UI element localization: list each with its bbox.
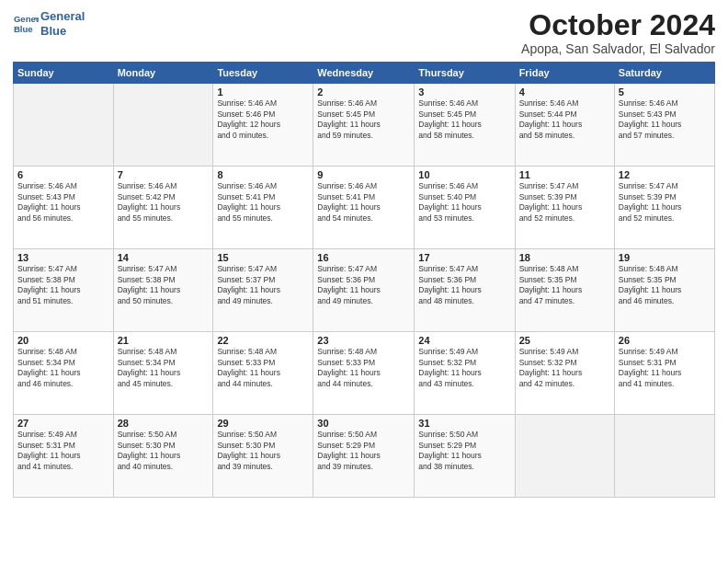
day-info: Sunrise: 5:46 AM Sunset: 5:41 PM Dayligh… bbox=[217, 181, 309, 224]
day-number: 25 bbox=[519, 335, 610, 346]
day-number: 11 bbox=[519, 169, 610, 180]
day-info: Sunrise: 5:47 AM Sunset: 5:39 PM Dayligh… bbox=[619, 181, 711, 224]
day-number: 8 bbox=[217, 169, 309, 180]
day-info: Sunrise: 5:46 AM Sunset: 5:45 PM Dayligh… bbox=[317, 98, 410, 141]
day-info: Sunrise: 5:46 AM Sunset: 5:42 PM Dayligh… bbox=[118, 181, 210, 224]
day-info: Sunrise: 5:47 AM Sunset: 5:38 PM Dayligh… bbox=[17, 264, 109, 306]
day-number: 12 bbox=[619, 169, 711, 180]
day-info: Sunrise: 5:46 AM Sunset: 5:45 PM Dayligh… bbox=[418, 98, 510, 141]
day-number: 17 bbox=[418, 252, 510, 263]
day-info: Sunrise: 5:46 AM Sunset: 5:44 PM Dayligh… bbox=[519, 98, 610, 141]
calendar-cell: 9Sunrise: 5:46 AM Sunset: 5:41 PM Daylig… bbox=[313, 167, 415, 249]
weekday-header-friday: Friday bbox=[515, 63, 614, 84]
calendar-cell: 24Sunrise: 5:49 AM Sunset: 5:32 PM Dayli… bbox=[415, 332, 515, 415]
day-info: Sunrise: 5:50 AM Sunset: 5:30 PM Dayligh… bbox=[217, 430, 309, 472]
day-info: Sunrise: 5:48 AM Sunset: 5:35 PM Dayligh… bbox=[519, 264, 610, 306]
day-number: 19 bbox=[619, 252, 711, 263]
calendar-cell: 13Sunrise: 5:47 AM Sunset: 5:38 PM Dayli… bbox=[14, 249, 114, 332]
day-number: 5 bbox=[619, 86, 711, 98]
day-info: Sunrise: 5:47 AM Sunset: 5:36 PM Dayligh… bbox=[317, 264, 410, 306]
day-number: 28 bbox=[118, 418, 210, 429]
calendar-week-row: 1Sunrise: 5:46 AM Sunset: 5:46 PM Daylig… bbox=[14, 84, 715, 167]
day-info: Sunrise: 5:49 AM Sunset: 5:31 PM Dayligh… bbox=[17, 430, 109, 472]
calendar-cell bbox=[14, 84, 114, 167]
weekday-header-wednesday: Wednesday bbox=[313, 63, 415, 84]
calendar-cell: 6Sunrise: 5:46 AM Sunset: 5:43 PM Daylig… bbox=[14, 167, 114, 249]
calendar-cell: 21Sunrise: 5:48 AM Sunset: 5:34 PM Dayli… bbox=[113, 332, 213, 415]
calendar-week-row: 20Sunrise: 5:48 AM Sunset: 5:34 PM Dayli… bbox=[14, 332, 715, 415]
weekday-header-tuesday: Tuesday bbox=[213, 63, 313, 84]
calendar-cell: 23Sunrise: 5:48 AM Sunset: 5:33 PM Dayli… bbox=[313, 332, 415, 415]
day-info: Sunrise: 5:46 AM Sunset: 5:43 PM Dayligh… bbox=[619, 98, 711, 141]
calendar-week-row: 27Sunrise: 5:49 AM Sunset: 5:31 PM Dayli… bbox=[14, 415, 715, 498]
day-number: 14 bbox=[118, 252, 210, 263]
day-info: Sunrise: 5:48 AM Sunset: 5:33 PM Dayligh… bbox=[317, 347, 410, 389]
calendar-cell: 18Sunrise: 5:48 AM Sunset: 5:35 PM Dayli… bbox=[515, 249, 614, 332]
day-number: 18 bbox=[519, 252, 610, 263]
calendar-cell: 14Sunrise: 5:47 AM Sunset: 5:38 PM Dayli… bbox=[113, 249, 213, 332]
day-number: 13 bbox=[17, 252, 109, 263]
day-info: Sunrise: 5:49 AM Sunset: 5:31 PM Dayligh… bbox=[619, 347, 711, 389]
day-info: Sunrise: 5:46 AM Sunset: 5:46 PM Dayligh… bbox=[217, 98, 309, 141]
calendar-cell: 17Sunrise: 5:47 AM Sunset: 5:36 PM Dayli… bbox=[415, 249, 515, 332]
logo: General Blue General Blue bbox=[13, 9, 85, 38]
day-info: Sunrise: 5:47 AM Sunset: 5:37 PM Dayligh… bbox=[217, 264, 309, 306]
calendar-cell: 1Sunrise: 5:46 AM Sunset: 5:46 PM Daylig… bbox=[213, 84, 313, 167]
calendar-cell: 20Sunrise: 5:48 AM Sunset: 5:34 PM Dayli… bbox=[14, 332, 114, 415]
day-info: Sunrise: 5:49 AM Sunset: 5:32 PM Dayligh… bbox=[519, 347, 610, 389]
calendar-cell: 5Sunrise: 5:46 AM Sunset: 5:43 PM Daylig… bbox=[614, 84, 714, 167]
calendar-cell: 25Sunrise: 5:49 AM Sunset: 5:32 PM Dayli… bbox=[515, 332, 614, 415]
calendar-cell: 22Sunrise: 5:48 AM Sunset: 5:33 PM Dayli… bbox=[213, 332, 313, 415]
weekday-header-row: SundayMondayTuesdayWednesdayThursdayFrid… bbox=[14, 63, 715, 84]
calendar-cell: 19Sunrise: 5:48 AM Sunset: 5:35 PM Dayli… bbox=[614, 249, 714, 332]
day-number: 10 bbox=[418, 169, 510, 180]
day-number: 22 bbox=[217, 335, 309, 346]
day-info: Sunrise: 5:47 AM Sunset: 5:38 PM Dayligh… bbox=[118, 264, 210, 306]
title-area: October 2024 Apopa, San Salvador, El Sal… bbox=[521, 9, 715, 56]
calendar-table: SundayMondayTuesdayWednesdayThursdayFrid… bbox=[13, 62, 715, 498]
day-number: 26 bbox=[619, 335, 711, 346]
month-title: October 2024 bbox=[521, 9, 715, 41]
day-number: 16 bbox=[317, 252, 410, 263]
calendar-week-row: 13Sunrise: 5:47 AM Sunset: 5:38 PM Dayli… bbox=[14, 249, 715, 332]
day-number: 15 bbox=[217, 252, 309, 263]
day-info: Sunrise: 5:50 AM Sunset: 5:29 PM Dayligh… bbox=[317, 430, 410, 472]
calendar-cell: 12Sunrise: 5:47 AM Sunset: 5:39 PM Dayli… bbox=[614, 167, 714, 249]
calendar-cell: 8Sunrise: 5:46 AM Sunset: 5:41 PM Daylig… bbox=[213, 167, 313, 249]
day-number: 2 bbox=[317, 86, 410, 98]
weekday-header-thursday: Thursday bbox=[415, 63, 515, 84]
day-info: Sunrise: 5:50 AM Sunset: 5:30 PM Dayligh… bbox=[118, 430, 210, 472]
logo-icon: General Blue bbox=[13, 11, 39, 37]
weekday-header-saturday: Saturday bbox=[614, 63, 714, 84]
page-header: General Blue General Blue October 2024 A… bbox=[13, 9, 715, 56]
day-info: Sunrise: 5:48 AM Sunset: 5:34 PM Dayligh… bbox=[118, 347, 210, 389]
calendar-cell: 11Sunrise: 5:47 AM Sunset: 5:39 PM Dayli… bbox=[515, 167, 614, 249]
calendar-cell: 15Sunrise: 5:47 AM Sunset: 5:37 PM Dayli… bbox=[213, 249, 313, 332]
day-number: 31 bbox=[418, 418, 510, 429]
day-info: Sunrise: 5:46 AM Sunset: 5:40 PM Dayligh… bbox=[418, 181, 510, 224]
day-number: 20 bbox=[17, 335, 109, 346]
day-info: Sunrise: 5:47 AM Sunset: 5:39 PM Dayligh… bbox=[519, 181, 610, 224]
weekday-header-monday: Monday bbox=[113, 63, 213, 84]
day-number: 24 bbox=[418, 335, 510, 346]
day-number: 23 bbox=[317, 335, 410, 346]
day-number: 21 bbox=[118, 335, 210, 346]
day-info: Sunrise: 5:49 AM Sunset: 5:32 PM Dayligh… bbox=[418, 347, 510, 389]
logo-text-line2: Blue bbox=[40, 24, 85, 39]
calendar-week-row: 6Sunrise: 5:46 AM Sunset: 5:43 PM Daylig… bbox=[14, 167, 715, 249]
calendar-cell bbox=[515, 415, 614, 498]
calendar-cell: 2Sunrise: 5:46 AM Sunset: 5:45 PM Daylig… bbox=[313, 84, 415, 167]
calendar-cell: 30Sunrise: 5:50 AM Sunset: 5:29 PM Dayli… bbox=[313, 415, 415, 498]
calendar-cell: 28Sunrise: 5:50 AM Sunset: 5:30 PM Dayli… bbox=[113, 415, 213, 498]
day-info: Sunrise: 5:47 AM Sunset: 5:36 PM Dayligh… bbox=[418, 264, 510, 306]
calendar-cell: 10Sunrise: 5:46 AM Sunset: 5:40 PM Dayli… bbox=[415, 167, 515, 249]
calendar-cell: 7Sunrise: 5:46 AM Sunset: 5:42 PM Daylig… bbox=[113, 167, 213, 249]
day-info: Sunrise: 5:48 AM Sunset: 5:34 PM Dayligh… bbox=[17, 347, 109, 389]
calendar-cell bbox=[614, 415, 714, 498]
calendar-cell bbox=[113, 84, 213, 167]
day-number: 7 bbox=[118, 169, 210, 180]
calendar-cell: 16Sunrise: 5:47 AM Sunset: 5:36 PM Dayli… bbox=[313, 249, 415, 332]
calendar-cell: 3Sunrise: 5:46 AM Sunset: 5:45 PM Daylig… bbox=[415, 84, 515, 167]
day-number: 29 bbox=[217, 418, 309, 429]
day-info: Sunrise: 5:48 AM Sunset: 5:33 PM Dayligh… bbox=[217, 347, 309, 389]
